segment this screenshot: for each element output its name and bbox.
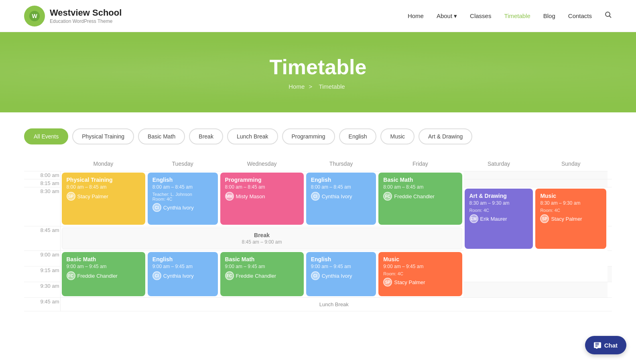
header: W Westview School Education WordPress Th… [0,0,636,32]
avatar: FC [225,271,234,280]
event-person-row: CI Cynthia Ivory [152,203,213,212]
event-time: 9:00 am – 9:45 am [152,264,213,269]
event-title: Basic Math [67,256,140,262]
event-room: Room: 4C [540,208,601,213]
empty-sun-800 [534,171,608,179]
empty-sat-800 [463,171,534,179]
filter-break[interactable]: Break [189,128,223,144]
lunch-break-hint: Lunch Break [60,298,608,311]
filter-physical-training[interactable]: Physical Training [72,128,134,144]
table-row: 8:00 am Physical Training 8:00 am – 8:45… [24,171,612,179]
page-title: Timetable [270,55,367,79]
breadcrumb-current: Timetable [319,83,345,90]
nav-classes[interactable]: Classes [470,12,491,19]
filter-basic-math[interactable]: Basic Math [138,128,185,144]
col-header-thursday: Thursday [305,157,378,171]
main-nav: Home About ▾ Classes Timetable Blog Cont… [408,11,612,20]
filter-art-drawing[interactable]: Art & Drawing [419,128,472,144]
svg-point-2 [606,12,610,16]
empty-sat-815 [463,179,534,187]
event-title: Basic Math [225,256,299,262]
avatar: FC [383,192,392,201]
logo-icon: W [24,6,45,26]
empty-sat-930 [463,282,534,298]
event-person: Freddie Chandler [236,273,276,279]
event-cell-music-sun[interactable]: Music 8:30 am – 9:30 am Room: 4C SP Stac… [534,187,608,282]
event-person: Freddie Chandler [77,273,118,279]
event-room: Room: 4C [383,271,457,276]
avatar: SP [383,278,392,287]
event-title: Basic Math [383,177,457,183]
time-800: 8:00 am [24,171,60,179]
nav-home[interactable]: Home [408,12,424,19]
event-title: English [311,177,372,183]
event-cell-physical-training-mon[interactable]: Physical Training 8:00 am – 8:45 am SP S… [60,171,146,226]
event-title: Programming [225,177,299,183]
event-title: English [311,256,372,262]
avatar: SP [540,214,549,223]
avatar: FC [67,271,75,280]
avatar: MM [225,192,234,201]
event-person: Freddie Chandler [394,193,434,199]
time-830: 8:30 am [24,187,60,226]
event-person-row: SP Stacy Palmer [67,192,140,201]
event-person: Cynthia Ivory [163,205,194,211]
event-room: Room: 4C [152,197,213,201]
svg-text:W: W [32,13,37,19]
event-cell-english-tue[interactable]: English 8:00 am – 8:45 am Teacher: L. Jo… [146,171,219,226]
event-cell-programming-wed[interactable]: Programming 8:00 am – 8:45 am MM Misty M… [219,171,305,226]
breadcrumb-separator: > [309,83,312,90]
filter-music[interactable]: Music [380,128,415,144]
filter-all-events[interactable]: All Events [24,128,68,144]
event-cell-english-thu[interactable]: English 8:00 am – 8:45 am CI Cynthia Ivo… [305,171,378,226]
event-person: Erik Maurer [480,216,507,222]
timetable: Monday Tuesday Wednesday Thursday Friday… [24,157,612,311]
event-cell-basic-math-mon[interactable]: Basic Math 9:00 am – 9:45 am FC Freddie … [60,251,146,298]
event-title: Music [383,256,457,262]
event-cell-basic-math-wed[interactable]: Basic Math 9:00 am – 9:45 am FC Freddie … [219,251,305,298]
event-time: 9:00 am – 9:45 am [225,264,299,269]
nav-contacts[interactable]: Contacts [568,12,592,19]
search-button[interactable] [605,11,612,20]
event-time: 8:00 am – 8:45 am [152,184,213,190]
filter-english[interactable]: English [339,128,377,144]
site-tagline: Education WordPress Theme [50,18,122,24]
event-teacher: Teacher: L. Johnson [152,192,213,197]
empty-sun-815 [534,179,608,187]
time-815: 8:15 am [24,179,60,187]
event-person-row: CI Cynthia Ivory [311,271,372,280]
event-time: 8:00 am – 8:45 am [225,184,299,190]
event-person: Cynthia Ivory [322,193,352,199]
avatar: CI [311,271,320,280]
col-header-wednesday: Wednesday [219,157,305,171]
filter-lunch-break[interactable]: Lunch Break [227,128,278,144]
event-cell-basic-math-fri[interactable]: Basic Math 8:00 am – 8:45 am FC Freddie … [377,171,463,226]
dropdown-arrow-icon: ▾ [454,12,457,20]
event-time: 8:30 am – 9:30 am [540,200,601,206]
event-cell-break[interactable]: Break 8:45 am – 9:00 am [60,226,463,251]
breadcrumb-home[interactable]: Home [289,83,305,90]
col-header-friday: Friday [377,157,463,171]
event-title: Music [540,193,601,199]
event-person: Stacy Palmer [77,193,108,199]
event-person: Misty Mason [236,193,265,199]
event-cell-music-fri[interactable]: Music 9:00 am – 9:45 am Room: 4C SP Stac… [377,251,463,298]
event-cell-art-drawing-sat[interactable]: Art & Drawing 8:30 am – 9:30 am Room: 4C… [463,187,534,282]
empty-sun-915 [610,266,612,282]
event-person: Cynthia Ivory [163,273,194,279]
event-person-row: FC Freddie Chandler [383,192,457,201]
break-title: Break [66,232,458,238]
nav-about[interactable]: About ▾ [437,12,457,20]
time-900: 9:00 am [24,251,60,266]
event-cell-english-thu-900[interactable]: English 9:00 am – 9:45 am CI Cynthia Ivo… [305,251,378,298]
col-header-saturday: Saturday [463,157,534,171]
event-cell-english-tue-900[interactable]: English 9:00 am – 9:45 am CI Cynthia Ivo… [146,251,219,298]
filter-programming[interactable]: Programming [282,128,335,144]
filter-section: All Events Physical Training Basic Math … [0,112,636,153]
nav-timetable[interactable]: Timetable [504,12,530,19]
event-time: 8:00 am – 8:45 am [383,184,457,190]
nav-blog[interactable]: Blog [543,12,555,19]
breadcrumb: Home > Timetable [289,83,347,90]
avatar: EM [469,214,478,223]
event-room: Room: 4C [469,208,528,213]
